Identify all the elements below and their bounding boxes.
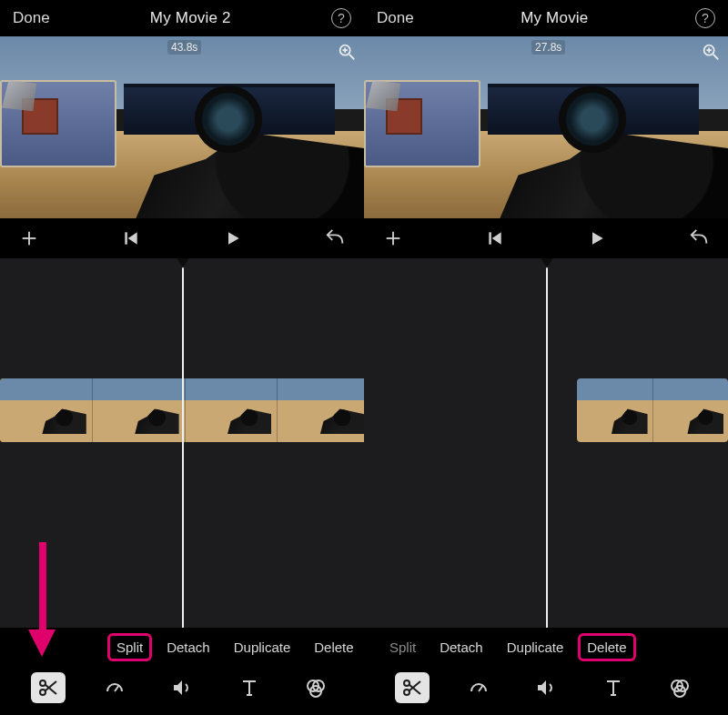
clip-actions: Split Detach Duplicate Delete: [0, 628, 364, 666]
titles-tool[interactable]: [232, 672, 267, 703]
filters-tool[interactable]: [298, 672, 333, 703]
timeline[interactable]: [0, 258, 364, 628]
preview-scope: [559, 86, 626, 153]
done-button[interactable]: Done: [13, 9, 50, 27]
svg-line-13: [115, 685, 119, 691]
transport-bar: [364, 218, 728, 258]
filters-icon: [669, 677, 691, 699]
titles-tool[interactable]: [596, 672, 631, 703]
header: Done My Movie 2 ?: [0, 0, 364, 36]
skip-start-button[interactable]: [482, 226, 508, 251]
help-icon: ?: [702, 11, 709, 25]
text-icon: [238, 677, 260, 699]
undo-button[interactable]: [322, 226, 348, 251]
svg-line-34: [479, 685, 483, 691]
detach-button[interactable]: Detach: [161, 637, 216, 658]
svg-line-22: [713, 55, 719, 60]
svg-marker-35: [538, 680, 546, 695]
detach-button[interactable]: Detach: [434, 637, 489, 658]
pane-right: Done My Movie ? 27.8s: [364, 0, 728, 715]
toolbar: [0, 666, 364, 715]
video-preview[interactable]: 27.8s: [364, 36, 728, 218]
help-button[interactable]: ?: [331, 8, 351, 28]
project-title: My Movie 2: [50, 9, 331, 27]
zoom-button[interactable]: [337, 42, 357, 62]
volume-icon: [171, 677, 193, 699]
duplicate-button[interactable]: Duplicate: [228, 637, 297, 658]
svg-rect-6: [125, 232, 127, 244]
play-button[interactable]: [584, 226, 610, 251]
pane-left: Done My Movie 2 ? 43.8s: [0, 0, 364, 715]
filters-tool[interactable]: [662, 672, 697, 703]
volume-icon: [535, 677, 557, 699]
svg-marker-29: [592, 232, 603, 244]
play-icon: [224, 229, 242, 247]
play-icon: [588, 229, 606, 247]
magnify-icon: [337, 42, 357, 62]
play-button[interactable]: [220, 226, 246, 251]
transport-bar: [0, 218, 364, 258]
done-button[interactable]: Done: [377, 9, 414, 27]
undo-icon: [689, 228, 709, 248]
playhead[interactable]: [546, 258, 548, 628]
timeline-clip[interactable]: [577, 378, 728, 442]
scissors-icon: [37, 677, 59, 699]
scissors-tool[interactable]: [31, 672, 66, 703]
speedometer-icon: [104, 677, 126, 699]
volume-tool[interactable]: [165, 672, 199, 703]
video-preview[interactable]: 43.8s: [0, 36, 364, 218]
skip-back-icon: [122, 229, 140, 247]
split-button[interactable]: Split: [111, 637, 148, 658]
volume-tool[interactable]: [529, 672, 563, 703]
svg-marker-7: [128, 232, 137, 244]
undo-button[interactable]: [686, 226, 712, 251]
filters-icon: [305, 677, 327, 699]
clip-frames: [577, 378, 728, 442]
project-title: My Movie: [414, 9, 695, 27]
svg-marker-8: [228, 232, 239, 244]
svg-line-1: [349, 55, 355, 60]
app-root: Done My Movie 2 ? 43.8s: [0, 0, 728, 715]
scissors-tool[interactable]: [395, 672, 430, 703]
timestamp-label: 27.8s: [531, 40, 565, 55]
skip-back-icon: [486, 229, 504, 247]
magnify-icon: [701, 42, 721, 62]
plus-icon: [383, 228, 403, 248]
undo-icon: [325, 228, 345, 248]
help-button[interactable]: ?: [695, 8, 715, 28]
svg-marker-28: [492, 232, 501, 244]
preview-scope: [195, 86, 262, 153]
help-icon: ?: [338, 11, 345, 25]
delete-button[interactable]: Delete: [581, 637, 632, 658]
add-media-button[interactable]: [16, 226, 42, 251]
speed-tool[interactable]: [461, 672, 496, 703]
split-button[interactable]: Split: [384, 637, 421, 658]
skip-start-button[interactable]: [118, 226, 144, 251]
svg-rect-27: [489, 232, 491, 244]
timestamp-label: 43.8s: [167, 40, 201, 55]
text-icon: [602, 677, 624, 699]
duplicate-button[interactable]: Duplicate: [501, 637, 570, 658]
add-media-button[interactable]: [380, 226, 406, 251]
clip-actions: Split Detach Duplicate Delete: [364, 628, 728, 666]
plus-icon: [19, 228, 39, 248]
speedometer-icon: [468, 677, 490, 699]
toolbar: [364, 666, 728, 715]
scissors-icon: [401, 677, 423, 699]
playhead[interactable]: [182, 258, 184, 628]
timeline[interactable]: [364, 258, 728, 628]
zoom-button[interactable]: [701, 42, 721, 62]
delete-button[interactable]: Delete: [308, 637, 359, 658]
header: Done My Movie ?: [364, 0, 728, 36]
svg-marker-14: [174, 680, 182, 695]
speed-tool[interactable]: [97, 672, 132, 703]
